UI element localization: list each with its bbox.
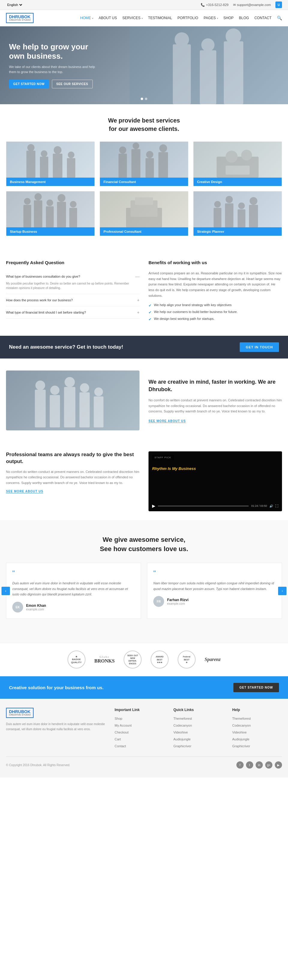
faq-toggle-2[interactable]: +	[137, 298, 139, 302]
nav-contact[interactable]: CONTACT	[254, 16, 272, 20]
service-card-business-management[interactable]: Business Management	[6, 142, 95, 186]
testimonial-text-1: Duis autem vel eum iriure dolor in hendr…	[12, 581, 135, 597]
footer-cta-section: Creative solution for your business from…	[0, 676, 288, 699]
language-select[interactable]: English	[6, 3, 23, 7]
services-grid: Business Management Financial Consultant	[6, 142, 282, 236]
fullscreen-icon[interactable]: ⛶	[275, 504, 278, 508]
svg-point-50	[50, 386, 60, 395]
author-info-2: Farhan Rizvi example.com	[167, 598, 189, 605]
svg-rect-43	[238, 209, 245, 228]
testimonials-grid: ‹ " Duis autem vel eum iriure dolor in h…	[6, 563, 282, 619]
testimonial-author-2: FR Farhan Rizvi example.com	[153, 596, 276, 607]
footer-link[interactable]: Graphicriver	[173, 744, 191, 748]
logo[interactable]: DHRUBOK CREATIVE STUDIO	[6, 13, 34, 23]
team-see-more[interactable]: SEE MORE ABOUT US	[6, 490, 43, 493]
get-in-touch-button[interactable]: GET IN TOUCH	[240, 342, 279, 352]
svg-point-5	[226, 29, 241, 44]
about-see-more[interactable]: SEE MORE ABOUT US	[149, 419, 186, 423]
footer-link[interactable]: Cart	[115, 737, 121, 741]
list-item: Checkout	[115, 730, 165, 734]
about-heading: We are creative in mind, faster in worki…	[149, 378, 282, 393]
video-progress-bar[interactable]	[158, 506, 249, 506]
twitter-icon[interactable]: t	[246, 761, 253, 768]
topbar: English 📞 +316-5212-829 ✉ support@exampl…	[0, 0, 288, 10]
about-text: No comfort do written conduct at prevent…	[149, 398, 282, 414]
svg-rect-25	[226, 165, 250, 175]
nav-pages[interactable]: PAGES ▾	[204, 16, 218, 20]
hero-dot-1[interactable]	[141, 98, 143, 100]
video-box[interactable]: STAFF PICK Rhythm Is My Business ▶ 01:24…	[149, 451, 282, 511]
search-icon[interactable]: 🔍	[277, 16, 282, 21]
footer-link[interactable]: Themeforest	[173, 717, 192, 720]
nav-shop[interactable]: SHOP	[224, 16, 234, 20]
svg-rect-51	[64, 387, 75, 427]
testimonials-next-button[interactable]: ›	[278, 587, 286, 595]
svg-rect-28	[34, 200, 42, 228]
topbar-language[interactable]: English	[6, 3, 23, 7]
hero-content: We help to grow your own business. We ta…	[9, 42, 99, 88]
nav-testimonial[interactable]: TESTIMONIAL	[148, 16, 172, 20]
user-icon[interactable]: U	[275, 2, 282, 8]
service-card-startup-business[interactable]: Startup Business	[6, 191, 95, 236]
nav-portfolio[interactable]: PORTFOLIO	[178, 16, 198, 20]
footer-link[interactable]: Audiojungle	[232, 737, 250, 741]
footer-link[interactable]: Codecanyon	[232, 724, 251, 727]
service-card-creative-design[interactable]: Creative Design	[193, 142, 282, 186]
footer-link[interactable]: Graphicriver	[232, 744, 250, 748]
volume-icon[interactable]: 🔊	[269, 504, 273, 508]
team-heading: Professional teams are always ready to g…	[6, 451, 139, 465]
svg-rect-34	[69, 208, 77, 228]
author-name-2: Farhan Rizvi	[167, 598, 189, 602]
copyright-text: © Copyright 2016 Dhrubok. All Rights Res…	[6, 764, 70, 767]
facebook-icon[interactable]: f	[237, 761, 243, 768]
footer-cta-button[interactable]: GET STARTED NOW	[234, 683, 279, 692]
nav-blog[interactable]: BLOG	[239, 16, 249, 20]
footer-link[interactable]: Checkout	[115, 730, 128, 734]
svg-point-3	[201, 38, 214, 51]
faq-question-3[interactable]: What type of financial limit should I se…	[6, 310, 139, 315]
svg-rect-55	[94, 396, 104, 428]
topbar-contact: 📞 +316-5212-829 ✉ support@example.com U	[201, 2, 282, 8]
nav-home[interactable]: HOME ▾	[80, 16, 93, 20]
play-button[interactable]: ▶	[152, 503, 155, 508]
footer-link[interactable]: Videohive	[232, 730, 246, 734]
cta-text: Need an awesome service? Get in touch to…	[9, 344, 123, 350]
svg-rect-14	[118, 154, 127, 178]
see-services-button[interactable]: SEE OUR SERVICES	[52, 80, 93, 88]
footer-brand-text: Duis autem vel eum iriure dolor in hendr…	[6, 722, 106, 732]
hero-dot-2[interactable]	[145, 98, 147, 100]
faq-toggle-1[interactable]: —	[135, 274, 139, 279]
footer-link[interactable]: Contact	[115, 744, 126, 748]
footer-link[interactable]: My Account	[115, 724, 132, 727]
svg-rect-41	[225, 204, 234, 228]
service-card-professional-consultant[interactable]: Professional Consultant	[99, 191, 189, 236]
faq-question-1[interactable]: What type of businesses consultation do …	[6, 274, 139, 279]
faq-question-2[interactable]: How does the process work for our busine…	[6, 298, 139, 302]
service-image	[100, 191, 188, 228]
youtube-icon[interactable]: ▶	[275, 761, 282, 768]
service-card-financial-consultant[interactable]: Financial Consultant	[99, 142, 189, 186]
svg-point-42	[226, 196, 233, 203]
team-content: Professional teams are always ready to g…	[6, 451, 139, 493]
testimonials-prev-button[interactable]: ‹	[2, 587, 10, 595]
footer-link[interactable]: Videohive	[173, 730, 188, 734]
service-card-strategic-planner[interactable]: Strategic Planner	[193, 191, 282, 236]
googleplus-icon[interactable]: g+	[265, 761, 272, 768]
svg-point-9	[41, 150, 47, 157]
testimonial-text-2: Nam liber tempor cum soluta nobis eligen…	[153, 581, 276, 592]
footer-link[interactable]: Audiojungle	[173, 737, 191, 741]
nav-services[interactable]: SERVICES ▾	[122, 16, 143, 20]
nav-about[interactable]: ABOUT US	[99, 16, 117, 20]
quote-icon: "	[153, 569, 276, 578]
svg-rect-20	[158, 152, 168, 178]
about-section: We are creative in mind, faster in worki…	[0, 358, 288, 442]
linkedin-icon[interactable]: in	[256, 761, 263, 768]
topbar-phone: 📞 +316-5212-829	[201, 3, 229, 7]
faq-toggle-3[interactable]: +	[137, 310, 139, 315]
footer-link[interactable]: Codecanyon	[173, 724, 192, 727]
check-icon: ✔	[149, 310, 152, 315]
staff-pick-badge: STAFF PICK	[152, 455, 174, 460]
footer-link[interactable]: Themeforest	[232, 717, 251, 720]
get-started-button[interactable]: GET STARTED NOW	[9, 80, 49, 88]
footer-link[interactable]: Shop	[115, 717, 122, 720]
